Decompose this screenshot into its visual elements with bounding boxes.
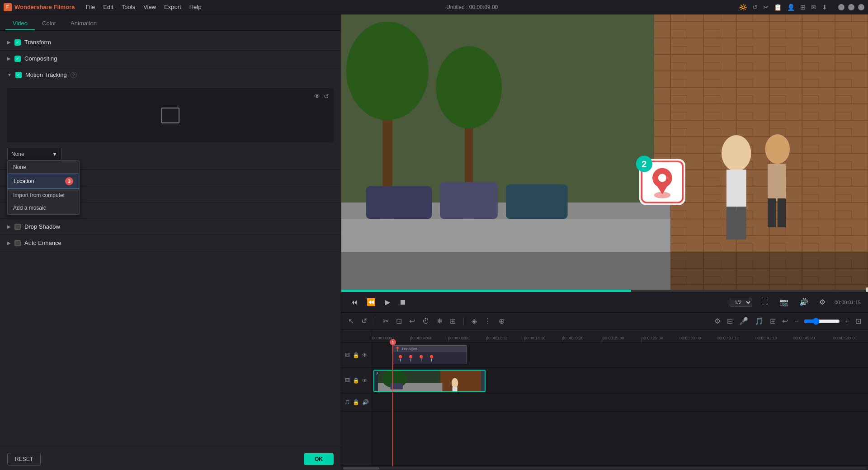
copy-icon[interactable]: ⊞ [769, 315, 777, 327]
section-motion-tracking-header[interactable]: ▼ ✓ Motion Tracking ? [0, 67, 341, 83]
auto-ripple-icon[interactable]: ⚙ [713, 315, 722, 327]
titlebar-icon-6[interactable]: ⊞ [800, 4, 806, 11]
stop-button[interactable]: ⏹ [397, 296, 408, 308]
dropdown-item-location[interactable]: Location 3 [8, 174, 79, 189]
zoom-out-icon[interactable]: − [793, 316, 800, 327]
motion-tracking-help-icon[interactable]: ? [71, 72, 77, 78]
track2-eye-icon[interactable]: 👁 [362, 377, 368, 384]
ok-button[interactable]: OK [304, 453, 334, 465]
timeline-speed-tool[interactable]: ⏱ [421, 316, 431, 327]
target-box [161, 108, 179, 123]
titlebar-icon-7[interactable]: ✉ [811, 4, 816, 11]
video-frame: 2 [341, 14, 868, 292]
ruler-mark-11: 00:00:45:20 [793, 336, 815, 340]
snap-icon[interactable]: ⊟ [726, 315, 734, 327]
titlebar-icon-8[interactable]: ⬇ [822, 4, 827, 11]
play-button[interactable]: ▶ [383, 296, 392, 308]
dropdown-item-none[interactable]: None [8, 161, 79, 174]
timeline-cut-tool[interactable]: ✂ [382, 315, 390, 327]
skip-back-button[interactable]: ⏮ [349, 296, 359, 308]
fullscreen-button[interactable]: ⛶ [760, 296, 770, 308]
reset-button[interactable]: RESET [7, 453, 41, 465]
svg-point-18 [765, 134, 790, 164]
titlebar-icon-1[interactable]: 🔆 [739, 4, 747, 11]
progress-handle[interactable] [866, 287, 868, 292]
timeline-freeze-tool[interactable]: ❄ [435, 315, 444, 327]
quality-select[interactable]: 1/2 1/1 1/4 [730, 298, 752, 307]
timeline-tracks-right[interactable]: 00:00:00:00 00:00:04:04 00:00:08:08 00:0… [372, 330, 868, 466]
timeline-crop-tool[interactable]: ⊡ [395, 315, 403, 327]
menu-edit[interactable]: Edit [99, 2, 117, 12]
settings-button[interactable]: ⚙ [817, 296, 827, 308]
svg-point-25 [658, 174, 666, 182]
scrollbar-track[interactable] [343, 467, 866, 470]
refresh-icon[interactable]: ↺ [324, 93, 329, 100]
timeline-color-tool[interactable]: ⊕ [497, 315, 506, 327]
undo-icon[interactable]: ↩ [781, 315, 789, 327]
titlebar-icon-3[interactable]: ✂ [763, 4, 769, 11]
location-clip-header: 📍 Location [393, 346, 467, 352]
titlebar-icon-2[interactable]: ↺ [752, 4, 758, 11]
main-layout: Video Color Animation ▶ ✓ Transform ▶ ✓ … [0, 14, 868, 470]
video-progress-bar[interactable] [341, 290, 868, 292]
volume-button[interactable]: 🔊 [797, 296, 810, 308]
motion-tracking-label: Motion Tracking [25, 71, 67, 78]
checkbox-motion-tracking[interactable]: ✓ [15, 72, 22, 78]
tab-animation[interactable]: Animation [63, 16, 104, 30]
menu-tools[interactable]: Tools [118, 2, 139, 12]
close-button[interactable] [858, 4, 864, 10]
checkbox-transform[interactable]: ✓ [14, 39, 21, 46]
checkbox-compositing[interactable]: ✓ [14, 56, 21, 62]
audio-lock-icon[interactable]: 🔒 [353, 399, 359, 405]
step-back-button[interactable]: ⏪ [365, 296, 377, 308]
checkbox-auto-enhance[interactable] [14, 240, 21, 246]
menu-view[interactable]: View [140, 2, 160, 12]
section-auto-enhance-header[interactable]: ▶ Auto Enhance [0, 235, 341, 251]
svg-point-14 [722, 135, 751, 171]
timeline-split-tool[interactable]: ⋮ [483, 315, 493, 327]
svg-rect-16 [726, 207, 736, 240]
track2-lock-icon[interactable]: 🔒 [353, 377, 359, 384]
maximize-button[interactable] [848, 4, 854, 10]
titlebar-icon-5[interactable]: 👤 [787, 4, 795, 11]
audio-track-controls: 🎵 🔒 🔊 [341, 393, 372, 411]
timeline-trim-tool[interactable]: ↺ [360, 315, 368, 327]
menu-help[interactable]: Help [186, 2, 205, 12]
tracking-dropdown[interactable]: None ▼ [7, 148, 61, 160]
section-drop-shadow-header[interactable]: ▶ Drop Shadow [0, 219, 341, 235]
tab-video[interactable]: Video [5, 16, 35, 30]
track1-lock-icon[interactable]: 🔒 [353, 352, 359, 358]
scrollbar-thumb[interactable] [343, 467, 379, 470]
minimize-button[interactable] [838, 4, 844, 10]
timeline: ↖ ↺ ✂ ⊡ ↩ ⏱ ❄ ⊞ ◈ ⋮ ⊕ ⚙ ⊟ 🎤 🎵 ⊞ [341, 312, 868, 465]
timeline-rotate-tool[interactable]: ↩ [408, 315, 416, 327]
section-compositing-header[interactable]: ▶ ✓ Compositing [0, 51, 341, 66]
track1-eye-icon[interactable]: 👁 [362, 352, 368, 358]
mic-icon[interactable]: 🎤 [738, 315, 750, 327]
svg-rect-12 [440, 182, 497, 219]
dropdown-item-import[interactable]: Import from computer [8, 189, 79, 202]
menu-file[interactable]: File [82, 2, 99, 12]
loc-marker-2: 📍 [407, 355, 415, 362]
dropdown-item-mosaic[interactable]: Add a mosaic [8, 202, 79, 214]
zoom-in-icon[interactable]: + [844, 316, 850, 327]
section-transform-header[interactable]: ▶ ✓ Transform [0, 34, 341, 50]
timeline-select-tool[interactable]: ↖ [347, 315, 355, 327]
dropdown-location-label: Location [14, 178, 34, 184]
eye-icon[interactable]: 👁 [314, 93, 320, 100]
checkbox-drop-shadow[interactable] [14, 224, 21, 230]
timeline-marker-tool[interactable]: ◈ [470, 315, 478, 327]
zoom-fit-icon[interactable]: ⊡ [854, 315, 863, 327]
video-controls: ⏮ ⏪ ▶ ⏹ 1/2 1/1 1/4 ⛶ 📷 🔊 ⚙ 00:00:01:15 [341, 292, 868, 312]
menu-export[interactable]: Export [160, 2, 185, 12]
tab-color[interactable]: Color [35, 16, 63, 30]
music-icon[interactable]: 🎵 [753, 315, 765, 327]
titlebar-icon-4[interactable]: 📋 [774, 4, 782, 11]
video-clip[interactable]: Sample Video [373, 370, 486, 392]
playhead[interactable]: 1 [392, 343, 393, 466]
snapshot-button[interactable]: 📷 [778, 296, 790, 308]
zoom-slider[interactable] [804, 318, 840, 325]
location-clip[interactable]: 📍 Location 📍 📍 📍 📍 [392, 345, 467, 364]
timeline-transform-tool[interactable]: ⊞ [448, 315, 457, 327]
audio-mute-icon[interactable]: 🔊 [362, 399, 369, 405]
